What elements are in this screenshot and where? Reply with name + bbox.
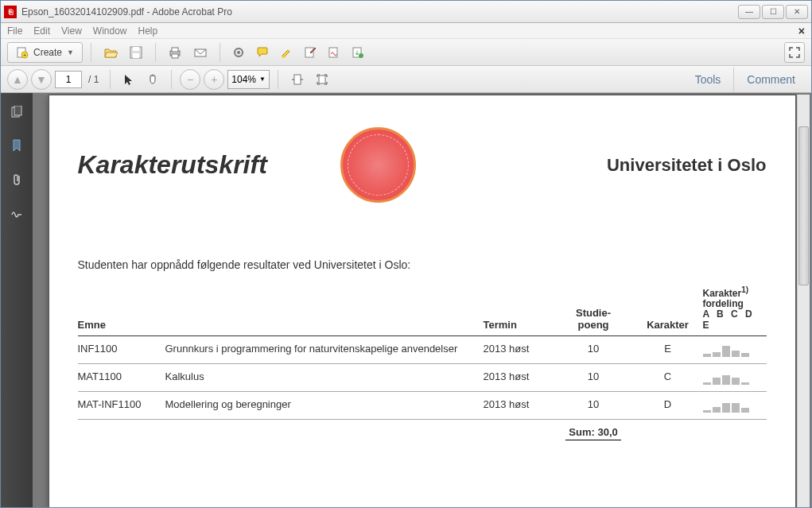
open-button[interactable] [99, 42, 122, 63]
vertical-scrollbar[interactable] [797, 95, 810, 507]
svg-rect-12 [282, 56, 286, 58]
course-term: 2013 høst [484, 391, 554, 419]
cursor-text-icon [122, 73, 135, 86]
bookmarks-panel-button[interactable] [9, 138, 25, 153]
main-toolbar: + Create ▼ [1, 39, 811, 66]
course-code: INF1100 [78, 335, 165, 363]
course-grade: C [638, 363, 703, 391]
grade-distribution [703, 391, 767, 419]
hand-tool-button[interactable] [142, 69, 163, 90]
reading-mode-button[interactable] [784, 42, 805, 63]
header-emne: Emne [78, 282, 484, 335]
settings-button[interactable] [228, 42, 249, 63]
select-tool-button[interactable] [118, 69, 139, 90]
navigation-toolbar: ▲ ▼ / 1 − + 104% ▼ Tools Comment [1, 66, 811, 93]
thumbnails-panel-button[interactable] [9, 104, 25, 120]
document-viewport[interactable]: Karakterutskrift Universitetet i Oslo St… [33, 93, 811, 508]
menu-help[interactable]: Help [138, 25, 158, 37]
close-button[interactable]: ✕ [786, 5, 808, 19]
menu-edit[interactable]: Edit [33, 25, 50, 37]
save-button[interactable] [125, 42, 147, 63]
course-credits: 10 [554, 363, 637, 391]
course-grade: E [638, 335, 703, 363]
course-code: MAT-INF1100 [78, 391, 165, 419]
attachments-panel-button[interactable] [9, 171, 25, 187]
course-term: 2013 høst [484, 335, 554, 363]
envelope-icon [193, 45, 208, 60]
zoom-level-select[interactable]: 104% ▼ [227, 70, 270, 89]
menu-bar: File Edit View Window Help × [1, 23, 811, 39]
floppy-disk-icon [129, 45, 143, 60]
zoom-in-button[interactable]: + [204, 69, 224, 90]
prev-page-button[interactable]: ▲ [7, 69, 28, 90]
course-code: MAT1100 [78, 363, 165, 391]
grade-distribution [703, 335, 767, 363]
grade-distribution [703, 363, 767, 391]
maximize-button[interactable]: ☐ [762, 5, 784, 19]
header-fordeling: Karakter1) fordeling A B C D E [703, 282, 767, 335]
svg-point-11 [237, 51, 240, 54]
university-seal [340, 127, 416, 203]
document-title: Karakterutskrift [78, 150, 340, 180]
course-name: Modellering og beregninger [165, 391, 484, 419]
table-row: INF1100Grunnkurs i programmering for nat… [78, 335, 767, 363]
table-row: MAT1100Kalkulus2013 høst10C [78, 363, 767, 391]
content-area: Karakterutskrift Universitetet i Oslo St… [1, 93, 811, 508]
signatures-panel-button[interactable] [9, 204, 25, 220]
table-row: MAT-INF1100Modellering og beregninger201… [78, 391, 767, 419]
intro-text: Studenten har oppnådd følgende resultate… [78, 258, 767, 271]
pdf-page: Karakterutskrift Universitetet i Oslo St… [49, 95, 796, 508]
svg-rect-8 [172, 54, 178, 58]
document-arrow-icon [352, 46, 364, 59]
highlight-button[interactable] [276, 42, 297, 63]
pages-icon [10, 106, 23, 118]
university-name: Universitetet i Oslo [607, 155, 767, 176]
tools-panel-button[interactable]: Tools [686, 73, 731, 86]
document-pen-icon [304, 46, 317, 59]
course-credits: 10 [554, 391, 637, 419]
dropdown-arrow-icon: ▼ [67, 48, 74, 56]
scrollbar-thumb[interactable] [798, 126, 809, 285]
speech-bubble-icon [256, 46, 269, 59]
course-credits: 10 [554, 335, 637, 363]
header-studiepoeng: Studie- poeng [554, 282, 637, 335]
course-name: Kalkulus [165, 363, 484, 391]
svg-rect-17 [294, 75, 301, 84]
header-karakter: Karakter [638, 282, 703, 335]
menu-window[interactable]: Window [93, 25, 127, 37]
combine-button[interactable] [348, 42, 368, 63]
fit-width-button[interactable] [286, 69, 309, 90]
minimize-button[interactable]: — [738, 5, 760, 19]
document-close-button[interactable]: × [798, 25, 805, 37]
fit-page-button[interactable] [312, 69, 332, 90]
highlighter-icon [280, 46, 293, 59]
svg-rect-7 [172, 48, 178, 52]
page-total-label: / 1 [85, 74, 102, 85]
print-button[interactable] [164, 42, 186, 63]
folder-open-icon [103, 45, 118, 60]
zoom-out-button[interactable]: − [180, 69, 200, 90]
gear-icon [232, 46, 245, 59]
svg-rect-5 [133, 53, 139, 58]
menu-view[interactable]: View [61, 25, 82, 37]
svg-rect-18 [319, 76, 325, 83]
document-signature-icon [328, 46, 340, 59]
form-button[interactable] [300, 42, 321, 63]
sign-button[interactable] [324, 42, 344, 63]
fit-width-icon [290, 73, 305, 86]
email-button[interactable] [189, 42, 212, 63]
dropdown-arrow-icon: ▼ [259, 76, 266, 83]
signature-icon [10, 207, 23, 218]
svg-point-16 [359, 53, 363, 58]
svg-rect-20 [14, 106, 21, 115]
create-pdf-icon: + [16, 46, 29, 59]
create-button[interactable]: + Create ▼ [7, 42, 83, 63]
next-page-button[interactable]: ▼ [31, 69, 52, 90]
menu-file[interactable]: File [7, 25, 22, 37]
comment-panel-button[interactable]: Comment [737, 73, 805, 86]
note-button[interactable] [252, 42, 273, 63]
nav-side-panel [1, 93, 33, 508]
course-name: Grunnkurs i programmering for naturviten… [165, 335, 484, 363]
page-number-input[interactable] [55, 71, 82, 88]
title-bar: ⎘ Epson_16032014102909.pdf - Adobe Acrob… [1, 1, 811, 23]
